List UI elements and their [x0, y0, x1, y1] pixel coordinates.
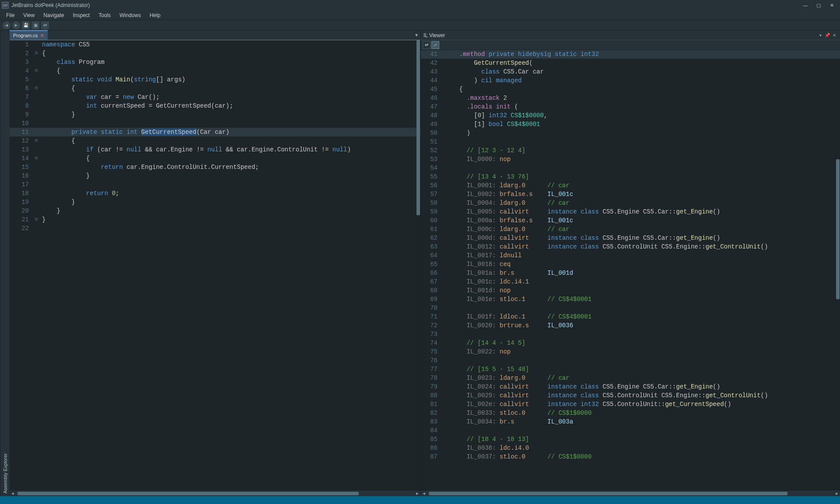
nav-forward-icon[interactable]: ► [12, 21, 20, 29]
code-line[interactable]: 17 [10, 180, 420, 189]
code-line[interactable]: 20 } [10, 206, 420, 215]
menu-help[interactable]: Help [145, 11, 165, 19]
code-line[interactable]: 64 IL_0017: ldnull [421, 251, 840, 260]
code-line[interactable]: 56 IL_0001: ldarg.0 // car [421, 181, 840, 190]
nav-back-icon[interactable]: ◄ [3, 21, 10, 29]
scroll-right-icon[interactable]: ► [834, 490, 840, 497]
code-line[interactable]: 62 IL_000d: callvirt instance class CS5.… [421, 234, 840, 242]
fold-icon[interactable]: ⊟ [33, 49, 39, 58]
fold-icon[interactable]: ⊟ [33, 66, 39, 75]
close-icon[interactable]: ✕ [40, 33, 44, 38]
code-line[interactable]: 13 if (car != null && car.Engine != null… [10, 145, 420, 154]
code-line[interactable]: 14⊟ { [10, 154, 420, 163]
code-line[interactable]: 82 IL_0033: stloc.0 // CS$1$0000 [421, 409, 840, 417]
code-editor[interactable]: 1namespace CS52⊟{3 class Program4⊟ {5 st… [10, 40, 420, 490]
code-line[interactable]: 59 IL_0005: callvirt instance class CS5.… [421, 207, 840, 216]
code-line[interactable]: 3 class Program [10, 58, 420, 66]
code-line[interactable]: 43 class CS5.Car car [421, 67, 840, 76]
scroll-right-icon[interactable]: ► [414, 490, 420, 497]
code-line[interactable]: 80 IL_0029: callvirt instance class CS5.… [421, 391, 840, 400]
il-h-scrollbar[interactable]: ◄ ► [421, 490, 840, 496]
code-line[interactable]: 85 // [18 4 - 18 13] [421, 435, 840, 444]
scroll-left-icon[interactable]: ◄ [10, 490, 16, 497]
scrollbar-thumb[interactable] [836, 159, 840, 299]
code-line[interactable]: 75 IL_0022: nop [421, 347, 840, 356]
code-line[interactable]: 22 [10, 224, 420, 233]
menu-file[interactable]: File [2, 11, 19, 19]
code-line[interactable]: 60 IL_000a: brfalse.s IL_001c [421, 216, 840, 225]
il-toggle-b-icon[interactable]: ⤢ [431, 41, 439, 49]
menu-windows[interactable]: Windows [115, 11, 145, 19]
code-line[interactable]: 15 return car.Engine.ControlUnit.Current… [10, 163, 420, 172]
code-line[interactable]: 71 IL_001f: ldloc.1 // CS$4$0001 [421, 312, 840, 321]
code-line[interactable]: 87 IL_0037: stloc.0 // CS$1$0000 [421, 452, 840, 461]
code-line[interactable]: 69 IL_001e: stloc.1 // CS$4$0001 [421, 295, 840, 304]
code-line[interactable]: 10 [10, 119, 420, 128]
code-line[interactable]: 52 // [12 3 - 12 4] [421, 146, 840, 155]
fold-icon[interactable]: ⊟ [33, 84, 39, 93]
code-line[interactable]: 61 IL_000c: ldarg.0 // car [421, 225, 840, 234]
code-line[interactable]: 77 // [15 5 - 15 48] [421, 365, 840, 374]
code-line[interactable]: 8 int currentSpeed = GetCurrentSpeed(car… [10, 102, 420, 110]
editor-h-scrollbar[interactable]: ◄ ► [10, 490, 420, 496]
assembly-explorer-tab[interactable]: Assembly Explorer [0, 31, 10, 496]
tab-program-cs[interactable]: Program.cs ✕ [10, 30, 48, 40]
code-line[interactable]: 9 } [10, 110, 420, 119]
scrollbar-thumb[interactable] [18, 492, 359, 495]
code-line[interactable]: 83 IL_0034: br.s IL_003a [421, 417, 840, 426]
code-line[interactable]: 68 IL_001d: nop [421, 286, 840, 295]
il-code-viewer[interactable]: 41 .method private hidebysig static int3… [421, 50, 840, 490]
code-line[interactable]: 58 IL_0004: ldarg.0 // car [421, 199, 840, 207]
code-line[interactable]: 81 IL_002e: callvirt instance int32 CS5.… [421, 400, 840, 409]
scroll-left-icon[interactable]: ◄ [421, 490, 427, 497]
menu-view[interactable]: View [19, 11, 39, 19]
code-line[interactable]: 12⊟ { [10, 136, 420, 145]
code-line[interactable]: 53 IL_0000: nop [421, 155, 840, 164]
assembly-icon[interactable]: ▣ [32, 21, 39, 29]
code-line[interactable]: 19 } [10, 198, 420, 206]
minimize-button[interactable]: — [799, 1, 812, 10]
menu-tools[interactable]: Tools [94, 11, 115, 19]
pin-icon[interactable]: 📌 [824, 32, 830, 38]
code-line[interactable]: 50 ) [421, 129, 840, 137]
code-line[interactable]: 42 GetCurrentSpeed( [421, 59, 840, 67]
code-line[interactable]: 86 IL_0036: ldc.i4.0 [421, 444, 840, 452]
code-line[interactable]: 6⊟ { [10, 84, 420, 93]
menu-navigate[interactable]: Navigate [39, 11, 68, 19]
code-line[interactable]: 41 .method private hidebysig static int3… [421, 50, 840, 59]
fold-icon[interactable]: ⊟ [33, 154, 39, 163]
code-line[interactable]: 21⊟} [10, 215, 420, 224]
code-line[interactable]: 5 static void Main(string[] args) [10, 75, 420, 84]
fold-icon[interactable]: ⊟ [33, 136, 39, 145]
fold-icon[interactable]: ⊟ [33, 215, 39, 224]
close-button[interactable]: ✕ [825, 1, 838, 10]
code-line[interactable]: 55 // [13 4 - 13 76] [421, 172, 840, 181]
code-line[interactable]: 76 [421, 356, 840, 365]
code-line[interactable]: 4⊟ { [10, 66, 420, 75]
code-line[interactable]: 70 [421, 304, 840, 312]
code-line[interactable]: 74 // [14 4 - 14 5] [421, 339, 840, 347]
maximize-button[interactable]: ▢ [812, 1, 825, 10]
scrollbar-thumb[interactable] [416, 40, 420, 215]
code-line[interactable]: 65 IL_0018: ceq [421, 260, 840, 269]
save-icon[interactable]: 💾 [22, 21, 30, 29]
code-line[interactable]: 73 [421, 330, 840, 339]
code-line[interactable]: 45 { [421, 85, 840, 94]
code-line[interactable]: 1namespace CS5 [10, 40, 420, 49]
code-line[interactable]: 2⊟{ [10, 49, 420, 58]
editor-v-scrollbar[interactable] [416, 40, 420, 490]
code-line[interactable]: 48 [0] int32 CS$1$0000, [421, 111, 840, 120]
code-line[interactable]: 44 ) cil managed [421, 76, 840, 85]
code-line[interactable]: 79 IL_0024: callvirt instance class CS5.… [421, 382, 840, 391]
code-line[interactable]: 51 [421, 137, 840, 146]
code-line[interactable]: 47 .locals init ( [421, 102, 840, 111]
code-line[interactable]: 7 var car = new Car(); [10, 93, 420, 102]
code-line[interactable]: 11 private static int GetCurrentSpeed(Ca… [10, 128, 420, 136]
code-line[interactable]: 46 .maxstack 2 [421, 94, 840, 102]
dropdown-icon[interactable]: ▾ [817, 32, 823, 38]
code-line[interactable]: 63 IL_0012: callvirt instance class CS5.… [421, 242, 840, 251]
code-line[interactable]: 18 return 0; [10, 189, 420, 198]
close-icon[interactable]: ✕ [831, 32, 837, 38]
code-line[interactable]: 72 IL_0020: brtrue.s IL_0036 [421, 321, 840, 330]
code-line[interactable]: 57 IL_0002: brfalse.s IL_001c [421, 190, 840, 199]
